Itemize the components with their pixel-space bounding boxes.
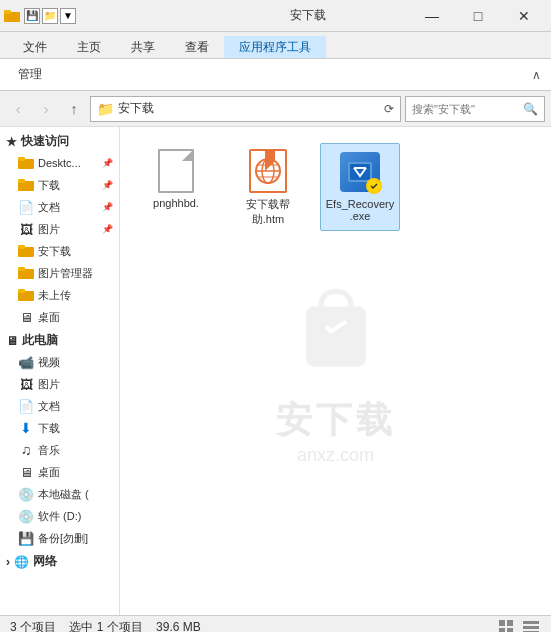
sidebar-header-quick-access[interactable]: ★ 快速访问 [0, 131, 119, 152]
sidebar-item-desktop3[interactable]: 🖥 桌面 [0, 461, 119, 483]
quick-access-star-icon: ★ [6, 135, 17, 149]
exe-icon-shape [340, 152, 380, 192]
items-count: 3 个项目 [10, 620, 56, 632]
file-item-htm[interactable]: 安下载帮助.htm [228, 143, 308, 231]
documents-icon: 📄 [18, 199, 34, 215]
files-container: pnghhbd. 安下载帮助.htm [120, 127, 551, 247]
watermark-url: anxz.com [297, 445, 374, 466]
sidebar-item-video[interactable]: 📹 视频 [0, 351, 119, 373]
network-label: 网络 [33, 553, 57, 570]
svg-rect-27 [523, 626, 539, 629]
sidebar-item-music[interactable]: ♫ 音乐 [0, 439, 119, 461]
properties-button[interactable]: ▼ [60, 8, 76, 24]
sidebar-item-backup[interactable]: 💾 备份[勿删] [0, 527, 119, 549]
refresh-button[interactable]: ⟳ [384, 102, 394, 116]
sidebar-item-not-uploaded[interactable]: 未上传 [0, 284, 119, 306]
back-button[interactable]: ‹ [6, 97, 30, 121]
sidebar-item-disk-d[interactable]: 💿 软件 (D:) [0, 505, 119, 527]
htm-file-icon [244, 147, 292, 195]
quick-access-label: 快速访问 [21, 133, 69, 150]
downloads3-label: 下载 [38, 421, 60, 436]
ribbon-content: 管理 ∧ [0, 58, 551, 90]
tab-file[interactable]: 文件 [8, 36, 62, 58]
svg-rect-22 [499, 620, 505, 626]
pictures-label: 图片 [38, 222, 60, 237]
documents3-icon: 📄 [18, 398, 34, 414]
sidebar-section-this-pc: 🖥 此电脑 📹 视频 🖼 图片 📄 文档 ⬇ 下载 ♫ 音乐 [0, 330, 119, 549]
quick-access-buttons: 💾 📁 ▼ [24, 8, 76, 24]
ribbon-subtitle: 管理 [8, 63, 52, 86]
window-title: 安下载 [207, 7, 410, 24]
sidebar-header-this-pc[interactable]: 🖥 此电脑 [0, 330, 119, 351]
watermark-text: 安下载 [276, 396, 396, 445]
tab-home[interactable]: 主页 [62, 36, 116, 58]
ribbon-expand-button[interactable]: ∧ [530, 66, 543, 84]
sidebar-item-pictures3[interactable]: 🖼 图片 [0, 373, 119, 395]
sidebar-item-downloads3[interactable]: ⬇ 下载 [0, 417, 119, 439]
video-label: 视频 [38, 355, 60, 370]
sidebar-item-pic-mgr[interactable]: 图片管理器 [0, 262, 119, 284]
sidebar-section-network: › 🌐 网络 [0, 551, 119, 572]
title-bar-left: 💾 📁 ▼ [4, 8, 207, 24]
size-info: 39.6 MB [156, 620, 201, 632]
desktop3-icon: 🖥 [18, 464, 34, 480]
tab-tools-label[interactable]: 应用程序工具 [224, 36, 326, 58]
sidebar-item-downloads[interactable]: 下载 📌 [0, 174, 119, 196]
svg-rect-7 [18, 245, 25, 249]
up-button[interactable]: ↑ [62, 97, 86, 121]
blank-file-icon [152, 147, 200, 195]
this-pc-computer-icon: 🖥 [6, 334, 18, 348]
sidebar-item-desktop[interactable]: Desktc... 📌 [0, 152, 119, 174]
watermark: 安下载 anxz.com [276, 277, 396, 466]
tab-share[interactable]: 共享 [116, 36, 170, 58]
minimize-button[interactable]: — [409, 0, 455, 32]
list-view-button[interactable] [521, 619, 541, 633]
svg-rect-23 [507, 620, 513, 626]
new-folder-button[interactable]: 📁 [42, 8, 58, 24]
file-item-blank[interactable]: pnghhbd. [136, 143, 216, 231]
address-bar[interactable]: 📁 安下载 ⟳ [90, 96, 401, 122]
network-icon: 🌐 [14, 555, 29, 569]
downloads3-icon: ⬇ [18, 420, 34, 436]
backup-icon: 💾 [18, 530, 34, 546]
htm-file-label: 安下载帮助.htm [232, 197, 304, 227]
desktop3-label: 桌面 [38, 465, 60, 480]
svg-rect-3 [18, 157, 25, 161]
tab-view[interactable]: 查看 [170, 36, 224, 58]
close-button[interactable]: ✕ [501, 0, 547, 32]
pin-icon-2: 📌 [102, 180, 113, 190]
forward-button[interactable]: › [34, 97, 58, 121]
exe-badge [366, 178, 382, 194]
music-label: 音乐 [38, 443, 60, 458]
save-button[interactable]: 💾 [24, 8, 40, 24]
sidebar-item-pictures[interactable]: 🖼 图片 📌 [0, 218, 119, 240]
pictures3-label: 图片 [38, 377, 60, 392]
toolbar-row: ‹ › ↑ 📁 安下载 ⟳ 🔍 [0, 91, 551, 127]
svg-rect-11 [18, 289, 25, 293]
sidebar-item-documents3[interactable]: 📄 文档 [0, 395, 119, 417]
sidebar-item-documents[interactable]: 📄 文档 📌 [0, 196, 119, 218]
sidebar-header-network[interactable]: › 🌐 网络 [0, 551, 119, 572]
sidebar: ★ 快速访问 Desktc... 📌 下载 📌 📄 文档 📌 🖼 图片 [0, 127, 120, 615]
large-icon-view-button[interactable] [497, 619, 517, 633]
svg-rect-9 [18, 267, 25, 271]
sidebar-item-anxz[interactable]: 安下载 [0, 240, 119, 262]
watermark-bag-icon [286, 277, 386, 396]
search-box[interactable]: 🔍 [405, 96, 545, 122]
maximize-button[interactable]: □ [455, 0, 501, 32]
pin-icon-4: 📌 [102, 224, 113, 234]
search-icon[interactable]: 🔍 [523, 102, 538, 116]
search-input[interactable] [412, 103, 519, 115]
file-item-exe[interactable]: Efs_Recovery.exe [320, 143, 400, 231]
video-icon: 📹 [18, 354, 34, 370]
exe-file-label: Efs_Recovery.exe [325, 198, 395, 222]
pic-mgr-folder-icon [18, 265, 34, 281]
sidebar-item-desktop2[interactable]: 🖥 桌面 [0, 306, 119, 328]
desktop-folder-icon [18, 155, 34, 171]
backup-label: 备份[勿删] [38, 531, 88, 546]
svg-rect-26 [523, 621, 539, 624]
sidebar-item-local-disk[interactable]: 💿 本地磁盘 ( [0, 483, 119, 505]
chevron-right-icon: › [6, 555, 10, 569]
svg-rect-1 [4, 10, 11, 14]
local-disk-icon: 💿 [18, 486, 34, 502]
